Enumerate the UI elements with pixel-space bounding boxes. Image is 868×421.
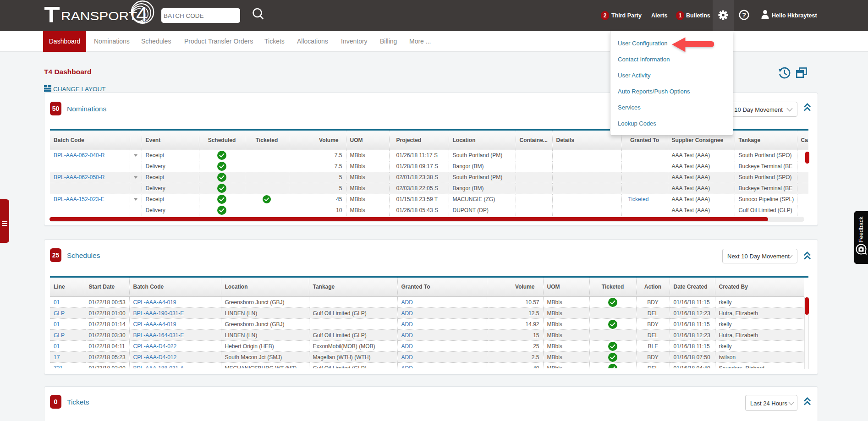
svg-text:?: ? [742,11,746,19]
svg-text:RANSPORT: RANSPORT [61,9,137,23]
svg-text:4: 4 [136,2,148,26]
